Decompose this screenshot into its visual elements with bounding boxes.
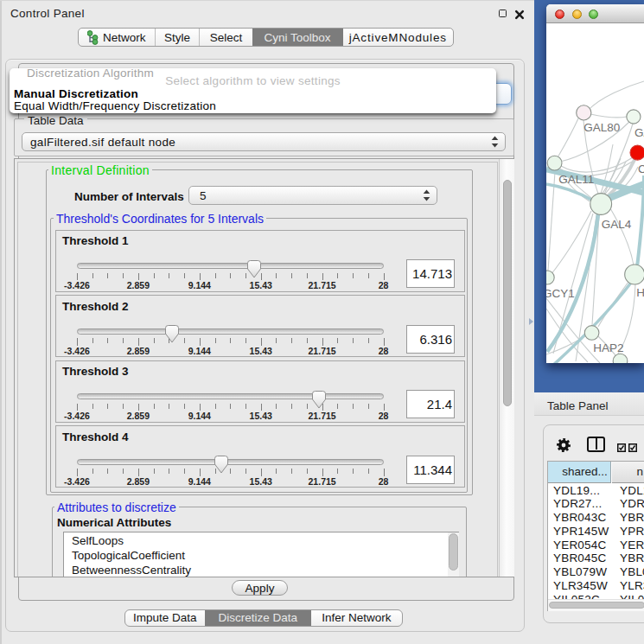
svg-text:HAP2: HAP2 — [593, 341, 623, 354]
svg-text:GAL4: GAL4 — [602, 218, 632, 231]
svg-text:GCY1: GCY1 — [546, 287, 575, 300]
svg-text:GAL80: GAL80 — [583, 121, 620, 134]
svg-text:GAL11: GAL11 — [558, 173, 594, 186]
svg-text:GA: GA — [634, 126, 644, 139]
svg-text:H: H — [636, 286, 644, 299]
svg-text:C: C — [638, 163, 644, 175]
